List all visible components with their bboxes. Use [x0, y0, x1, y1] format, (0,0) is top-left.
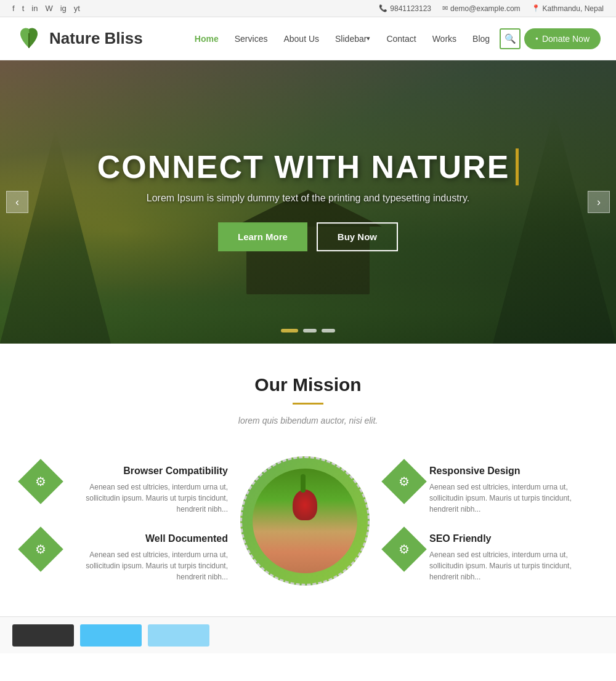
email-info: demo@example.com [442, 4, 521, 13]
gear-icon-1: ⚙ [35, 474, 46, 489]
top-bar: f t in W ig yt 9841123123 demo@example.c… [0, 0, 616, 17]
youtube-link[interactable]: yt [74, 4, 80, 13]
phone-number: 9841123123 [390, 4, 431, 13]
social-links: f t in W ig yt [12, 4, 80, 13]
slider-dots [281, 329, 335, 332]
feature-browser-text: Browser Compatibility Aenean sed est ult… [66, 465, 228, 515]
logo-icon [15, 25, 43, 52]
contact-info: 9841123123 demo@example.com Kathmandu, N… [379, 4, 604, 13]
dot-3[interactable] [322, 329, 335, 332]
feature-browser-title: Browser Compatibility [66, 465, 228, 477]
features-section: Browser Compatibility Aenean sed est ult… [0, 438, 616, 616]
linkedin-link[interactable]: in [31, 4, 38, 13]
learn-more-button[interactable]: Learn More [218, 222, 307, 251]
feature-responsive: ⚙ Responsive Design Aenean sed est ultri… [388, 465, 591, 515]
feature-browser-compat: Browser Compatibility Aenean sed est ult… [25, 465, 228, 515]
main-nav: Home Services About Us Slidebar Contact … [188, 28, 601, 49]
hero-subtitle: Lorem Ipsum is simply dummy text of the … [92, 193, 524, 204]
wordpress-link[interactable]: W [45, 4, 52, 13]
feature-browser-icon: ⚙ [18, 459, 63, 504]
hero-section: ‹ › CONNECT WITH NATURE Lorem Ipsum is s… [0, 60, 616, 344]
circle-image [240, 456, 370, 586]
header: Nature Bliss Home Services About Us Slid… [0, 17, 616, 60]
nav-contact[interactable]: Contact [380, 30, 422, 47]
feature-seo: ⚙ SEO Friendly Aenean sed est ultricies,… [388, 533, 591, 582]
feature-documented-text: Well Documented Aenean sed est ultricies… [66, 533, 228, 582]
bottom-teaser-bar [0, 616, 616, 653]
features-left: Browser Compatibility Aenean sed est ult… [25, 465, 228, 582]
slider-prev-button[interactable]: ‹ [6, 191, 28, 213]
gear-icon-3: ⚙ [399, 474, 410, 489]
feature-documented: Well Documented Aenean sed est ultricies… [25, 533, 228, 582]
phone-info: 9841123123 [379, 4, 431, 13]
nav-about[interactable]: About Us [277, 30, 325, 47]
dot-2[interactable] [303, 329, 317, 332]
dot-1[interactable] [281, 329, 298, 332]
slider-next-button[interactable]: › [588, 191, 610, 213]
feature-documented-title: Well Documented [66, 533, 228, 544]
mission-section: Our Mission lorem quis bibendum auctor, … [0, 344, 616, 438]
phone-icon [379, 4, 387, 12]
features-center-image [240, 456, 376, 592]
twitter-link[interactable]: t [22, 4, 25, 13]
donate-button[interactable]: Donate Now [524, 28, 601, 49]
mission-subtitle: lorem quis bibendum auctor, nisi elit. [25, 416, 591, 425]
nav-home[interactable]: Home [188, 30, 225, 47]
hero-title: CONNECT WITH NATURE [97, 148, 519, 185]
feature-documented-desc: Aenean sed est ultricies, interdum urna … [66, 549, 228, 582]
facebook-link[interactable]: f [12, 4, 15, 13]
nav-slidebar[interactable]: Slidebar [329, 30, 376, 47]
nav-blog[interactable]: Blog [466, 30, 496, 47]
email-icon [442, 4, 448, 12]
feature-documented-icon: ⚙ [18, 526, 63, 572]
hero-content: CONNECT WITH NATURE Lorem Ipsum is simpl… [92, 148, 524, 251]
gear-icon-4: ⚙ [399, 542, 410, 557]
location-icon [532, 4, 540, 12]
feature-seo-icon: ⚙ [381, 526, 427, 572]
hero-buttons: Learn More Buy Now [92, 222, 524, 251]
donate-label: Donate Now [542, 34, 590, 44]
logo-text: Nature Bliss [49, 29, 143, 48]
feature-seo-desc: Aenean sed est ultricies, interdum urna … [429, 549, 591, 582]
nav-works[interactable]: Works [426, 30, 463, 47]
location-info: Kathmandu, Nepal [532, 4, 604, 13]
feature-responsive-desc: Aenean sed est ultricies, interdum urna … [429, 482, 591, 515]
gear-icon-2: ⚙ [35, 542, 46, 557]
bottom-block-1 [12, 624, 74, 647]
feature-seo-text: SEO Friendly Aenean sed est ultricies, i… [429, 533, 591, 582]
location-text: Kathmandu, Nepal [543, 4, 604, 13]
buy-now-button[interactable]: Buy Now [317, 222, 398, 251]
feature-responsive-title: Responsive Design [429, 465, 591, 477]
hand-vegetable-illustration [253, 469, 357, 573]
features-right: ⚙ Responsive Design Aenean sed est ultri… [388, 465, 591, 582]
mission-underline [293, 403, 323, 405]
search-button[interactable]: 🔍 [500, 28, 521, 49]
mission-title: Our Mission [25, 374, 591, 395]
feature-seo-title: SEO Friendly [429, 533, 591, 544]
nav-services[interactable]: Services [229, 30, 274, 47]
bottom-block-2 [80, 624, 142, 647]
feature-browser-desc: Aenean sed est ultricies, interdum urna … [66, 482, 228, 515]
feature-responsive-icon: ⚙ [381, 459, 427, 504]
email-address: demo@example.com [450, 4, 521, 13]
bottom-block-3 [148, 624, 209, 647]
feature-responsive-text: Responsive Design Aenean sed est ultrici… [429, 465, 591, 515]
instagram-link[interactable]: ig [60, 4, 67, 13]
logo[interactable]: Nature Bliss [15, 25, 143, 52]
